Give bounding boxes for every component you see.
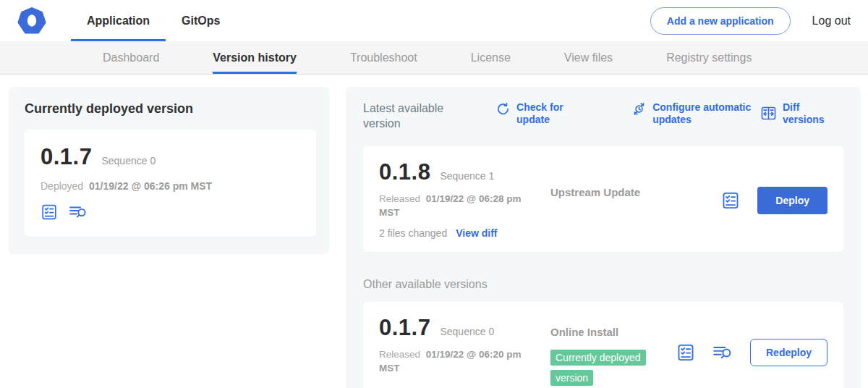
currently-deployed-badge: Currently deployed version [550, 350, 646, 386]
other-source-col: Online Install Currently deployed versio… [550, 315, 676, 388]
diff-versions-label: Diff versions [783, 101, 843, 126]
topnav-tabs: Application GitOps [71, 0, 236, 41]
subnav-item-registry-settings[interactable]: Registry settings [666, 41, 752, 74]
subnav-item-version-history[interactable]: Version history [213, 41, 297, 74]
configure-updates-label: Configure automatic updates [652, 101, 760, 126]
latest-card-actions: Deploy [721, 184, 827, 214]
currently-deployed-panel: Currently deployed version 0.1.7 Sequenc… [9, 87, 329, 254]
latest-available-title: Latest available version [363, 101, 462, 132]
view-diff-link[interactable]: View diff [456, 227, 497, 239]
other-version-info: 0.1.7 Sequence 0 Released 01/19/22 @ 06:… [379, 315, 550, 376]
other-released-line: Released 01/19/22 @ 06:20 pm MST [379, 347, 537, 376]
view-logs-icon[interactable] [712, 343, 733, 362]
latest-released-line: Released 01/19/22 @ 06:28 pm MST [379, 192, 537, 220]
app-logo-icon [17, 7, 46, 35]
released-prefix: Released [379, 193, 420, 204]
configure-updates-link[interactable]: Configure automatic updates [631, 101, 760, 126]
other-sequence-label: Sequence 0 [440, 326, 494, 337]
check-for-update-link[interactable]: Check for update [495, 101, 591, 126]
available-panel-header: Latest available version Check for updat… [363, 101, 843, 132]
clock-refresh-icon [631, 101, 647, 126]
check-for-update-label: Check for update [516, 101, 591, 126]
view-logs-icon[interactable] [69, 203, 88, 221]
diff-versions-link[interactable]: Diff versions [760, 101, 843, 126]
tab-application[interactable]: Application [71, 0, 166, 41]
other-version-number: 0.1.7 [379, 315, 430, 341]
subnav-item-view-files[interactable]: View files [564, 41, 613, 74]
other-card-actions: Redeploy [676, 336, 827, 366]
redeploy-button[interactable]: Redeploy [750, 339, 827, 366]
preflight-checks-icon[interactable] [676, 343, 695, 362]
deployed-date-line: Deployed 01/19/22 @ 06:26 pm MST [41, 179, 300, 193]
other-versions-title: Other available versions [363, 278, 843, 291]
latest-source-col: Upstream Update [550, 159, 721, 199]
deployed-version-card: 0.1.7 Sequence 0 Deployed 01/19/22 @ 06:… [25, 130, 316, 237]
deployed-date: 01/19/22 @ 06:26 pm MST [89, 180, 212, 192]
latest-sequence-label: Sequence 1 [440, 170, 494, 182]
deployed-badge-wrap: Currently deployed version [550, 347, 660, 388]
top-navbar: Application GitOps Add a new application… [0, 0, 868, 41]
deployed-panel-title: Currently deployed version [25, 101, 316, 117]
subnav-item-license[interactable]: License [471, 41, 511, 74]
app-subnav: Dashboard Version history Troubleshoot L… [0, 41, 868, 75]
other-version-card: 0.1.7 Sequence 0 Released 01/19/22 @ 06:… [363, 302, 843, 388]
deploy-button[interactable]: Deploy [757, 187, 827, 214]
preflight-checks-icon[interactable] [721, 191, 740, 210]
main-content: Currently deployed version 0.1.7 Sequenc… [0, 75, 868, 388]
available-versions-panel: Latest available version Check for updat… [346, 87, 861, 388]
other-source-label: Online Install [550, 326, 618, 338]
deployed-sequence-label: Sequence 0 [101, 155, 156, 166]
refresh-icon [495, 101, 511, 126]
latest-version-info: 0.1.8 Sequence 1 Released 01/19/22 @ 06:… [379, 159, 550, 239]
deployed-version-row: 0.1.7 Sequence 0 [41, 144, 300, 170]
diff-versions-icon [760, 105, 777, 122]
preflight-checks-icon[interactable] [41, 203, 58, 221]
latest-version-number: 0.1.8 [379, 159, 430, 185]
latest-version-card: 0.1.8 Sequence 1 Released 01/19/22 @ 06:… [363, 146, 843, 252]
deployed-prefix: Deployed [41, 180, 83, 192]
subnav-item-dashboard[interactable]: Dashboard [103, 41, 159, 74]
tab-gitops[interactable]: GitOps [166, 0, 236, 41]
add-application-button[interactable]: Add a new application [650, 7, 791, 35]
released-prefix: Released [379, 349, 420, 360]
latest-source-label: Upstream Update [550, 186, 640, 198]
files-changed-label: 2 files changed [379, 227, 447, 239]
subnav-item-troubleshoot[interactable]: Troubleshoot [350, 41, 417, 74]
deployed-card-actions [41, 203, 300, 221]
deployed-version-number: 0.1.7 [41, 144, 92, 170]
logout-link[interactable]: Log out [812, 14, 851, 28]
